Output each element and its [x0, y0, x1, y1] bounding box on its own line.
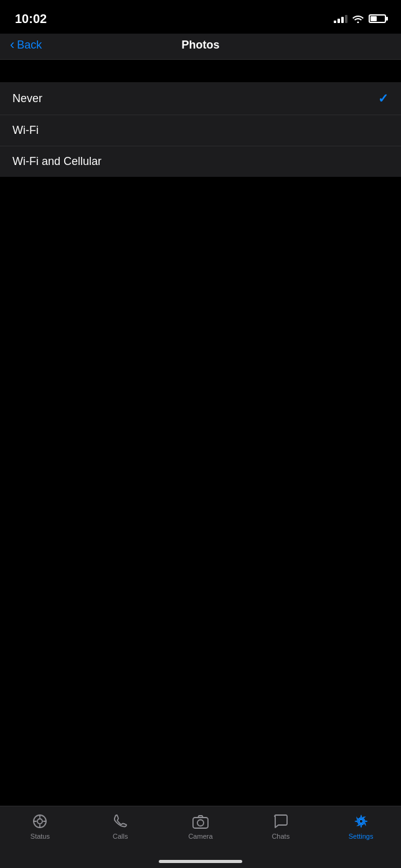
settings-icon [352, 813, 370, 830]
tab-status[interactable]: Status [21, 813, 59, 840]
home-indicator [159, 860, 242, 863]
back-chevron-icon: ‹ [10, 37, 14, 53]
back-label: Back [17, 39, 42, 52]
tab-camera[interactable]: Camera [182, 813, 219, 840]
option-wifi-cellular[interactable]: Wi-Fi and Cellular [0, 146, 401, 177]
chats-icon [272, 813, 290, 830]
status-bar: 10:02 [0, 0, 401, 34]
nav-title: Photos [182, 39, 220, 52]
battery-icon [369, 14, 386, 23]
option-never-label: Never [12, 92, 42, 105]
section-gap [0, 60, 401, 82]
main-content [0, 177, 401, 795]
option-wifi-label: Wi-Fi [12, 124, 39, 137]
status-time: 10:02 [15, 12, 47, 26]
option-never[interactable]: Never ✓ [0, 82, 401, 115]
svg-point-10 [359, 819, 363, 823]
svg-rect-6 [193, 818, 208, 828]
svg-point-7 [197, 820, 204, 826]
tab-camera-label: Camera [188, 833, 212, 840]
calls-icon [111, 813, 129, 830]
camera-icon [192, 813, 209, 830]
tab-chats[interactable]: Chats [262, 813, 300, 840]
signal-icon [334, 14, 347, 23]
tab-calls[interactable]: Calls [101, 813, 139, 840]
nav-bar: ‹ Back Photos [0, 34, 401, 60]
checkmark-never: ✓ [378, 91, 389, 106]
option-wifi-cellular-label: Wi-Fi and Cellular [12, 155, 101, 168]
options-list: Never ✓ Wi-Fi Wi-Fi and Cellular [0, 82, 401, 177]
status-icons [334, 14, 386, 23]
tab-bar: Status Calls Camera Chats [0, 806, 401, 868]
option-wifi[interactable]: Wi-Fi [0, 115, 401, 146]
back-button[interactable]: ‹ Back [10, 38, 42, 53]
tab-status-label: Status [31, 833, 50, 840]
status-icon [31, 813, 49, 830]
tab-settings-label: Settings [349, 833, 374, 840]
tab-chats-label: Chats [271, 833, 290, 840]
tab-settings[interactable]: Settings [342, 813, 380, 840]
svg-point-1 [37, 819, 42, 824]
tab-calls-label: Calls [113, 833, 128, 840]
wifi-icon [352, 14, 364, 23]
